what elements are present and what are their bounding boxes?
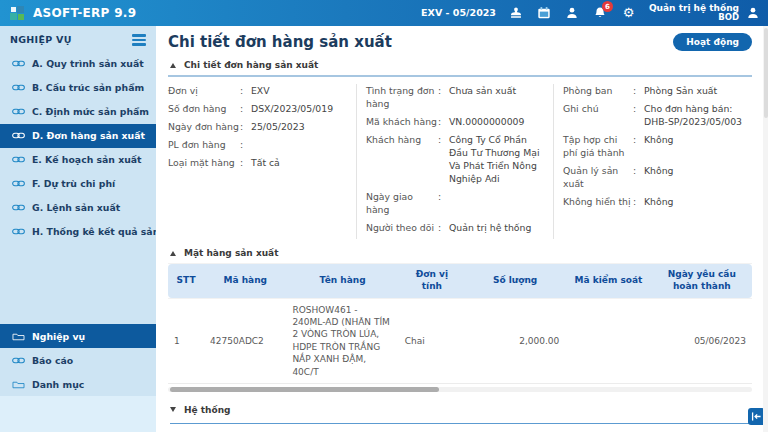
- section-toggle-items[interactable]: Mặt hàng sản xuất: [170, 248, 752, 258]
- cell-ma-hang: 42750ADC2: [204, 298, 286, 383]
- field-value: Công Ty Cổ Phần Đầu Tư Thương Mại Và Phá…: [449, 133, 545, 185]
- column-header-ten-hang[interactable]: Tên hàng: [286, 264, 398, 298]
- cell-stt: 1: [168, 298, 204, 383]
- app-window: ASOFT-ERP 9.9 EXV - 05/2023 6 ⚙ Quản trị…: [0, 0, 768, 432]
- field-value: DSX/2023/05/019: [251, 102, 348, 115]
- scrollbar-thumb[interactable]: [170, 387, 439, 392]
- back-arrow-icon: [750, 410, 763, 423]
- sidebar-item-label: C. Định mức sản phẩm: [32, 106, 149, 117]
- sidebar-item-ke-hoach-san-xuat[interactable]: E. Kế hoạch sản xuất: [0, 148, 156, 172]
- user-role: BOD: [718, 13, 739, 23]
- sidebar-item-don-hang-san-xuat[interactable]: D. Đơn hàng sản xuất: [0, 124, 156, 148]
- field-value: [449, 190, 545, 216]
- cell-ngay-yeu-cau: 05/06/2023: [652, 298, 752, 383]
- app-title: ASOFT-ERP 9.9: [33, 6, 136, 20]
- detail-column-3: Phòng banPhòng Sản xuất Ghi chúCho đơn h…: [554, 84, 752, 239]
- collapse-icon: [170, 251, 176, 256]
- field-label: Ghi chú: [563, 102, 633, 128]
- sidebar-item-bao-cao[interactable]: Báo cáo: [0, 348, 156, 372]
- cell-ma-kiem-soat: [565, 298, 651, 383]
- field-value: Cho đơn hàng bán: DHB-SP/2023/05/003: [644, 102, 744, 128]
- section-title: Hệ thống: [184, 405, 231, 415]
- field-label: PL đơn hàng: [168, 138, 240, 151]
- sidebar-item-nghiep-vu[interactable]: Nghiệp vụ: [0, 324, 156, 348]
- detail-column-1: Đơn vịEXV Số đơn hàngDSX/2023/05/019 Ngà…: [168, 84, 357, 239]
- column-header-ma-hang[interactable]: Mã hàng: [204, 264, 286, 298]
- notification-badge: 6: [602, 1, 613, 12]
- sidebar-item-label: D. Đơn hàng sản xuất: [32, 130, 145, 141]
- field-label: Không hiển thị: [563, 195, 633, 208]
- sidebar-item-du-tru-chi-phi[interactable]: F. Dự trù chi phí: [0, 172, 156, 196]
- vertical-scrollbar[interactable]: [763, 26, 768, 432]
- user-avatar-icon: [745, 5, 760, 20]
- sidebar-item-label: Danh mục: [32, 379, 84, 390]
- sidebar-item-quy-trinh-san-xuat[interactable]: A. Quy trình sản xuất: [0, 52, 156, 76]
- collapse-icon: [170, 63, 176, 68]
- sidebar-title: NGHIỆP VỤ: [10, 34, 72, 45]
- field-label: Tập hợp chi phí giá thành: [563, 133, 633, 159]
- support-icon[interactable]: [565, 5, 580, 20]
- gear-icon[interactable]: ⚙: [621, 5, 636, 20]
- horizontal-scrollbar[interactable]: [168, 387, 752, 392]
- field-label: Ngày đơn hàng: [168, 120, 240, 133]
- bell-icon[interactable]: 6: [593, 5, 608, 20]
- field-label: Đơn vị: [168, 84, 240, 97]
- user-menu[interactable]: Quản trị hệ thống BOD: [649, 3, 760, 23]
- field-label: Quản lý sản xuất: [563, 164, 633, 190]
- detail-panel: Đơn vịEXV Số đơn hàngDSX/2023/05/019 Ngà…: [168, 75, 752, 239]
- topbar-actions: EXV - 05/2023 6 ⚙ Quản trị hệ thống BOD: [421, 3, 760, 23]
- asoft-logo-icon: [10, 6, 25, 21]
- sidebar-item-label: G. Lệnh sản xuất: [32, 202, 120, 213]
- field-value: EXV: [251, 84, 348, 97]
- field-label: Loại mặt hàng: [168, 156, 240, 169]
- user-info: Quản trị hệ thống BOD: [649, 3, 739, 23]
- brand: ASOFT-ERP 9.9: [10, 6, 136, 21]
- field-value: Không: [644, 164, 744, 190]
- status-button[interactable]: Hoạt động: [673, 33, 752, 51]
- column-header-stt[interactable]: STT: [168, 264, 204, 298]
- section-toggle-detail[interactable]: Chi tiết đơn hàng sản xuất: [170, 60, 752, 70]
- table-row[interactable]: 1 42750ADC2 ROSHOW461 - 240ML-AD (NHÃN T…: [168, 298, 752, 383]
- field-label: Người theo dõi: [366, 221, 438, 234]
- stamp-icon[interactable]: [509, 5, 524, 20]
- field-label: Mã khách hàng: [366, 115, 438, 128]
- sidebar-item-label: F. Dự trù chi phí: [32, 178, 115, 189]
- sidebar-item-cau-truc-san-pham[interactable]: B. Cấu trúc sản phẩm: [0, 76, 156, 100]
- section-title: Mặt hàng sản xuất: [184, 248, 279, 258]
- detail-column-2: Tình trạng đơn hàngChưa sản xuất Mã khác…: [357, 84, 554, 239]
- fiscal-period[interactable]: EXV - 05/2023: [421, 7, 496, 18]
- column-header-ngay-yeu-cau[interactable]: Ngày yêu cầu hoàn thành: [652, 264, 752, 298]
- field-label: Khách hàng: [366, 133, 438, 185]
- sidebar-item-label: Nghiệp vụ: [32, 331, 85, 342]
- column-header-ma-kiem-soat[interactable]: Mã kiểm soát: [565, 264, 651, 298]
- field-value: Tất cả: [251, 156, 348, 169]
- menu-icon[interactable]: [132, 34, 146, 46]
- sidebar-item-danh-muc[interactable]: Danh mục: [0, 372, 156, 396]
- sidebar-item-thong-ke-ket-qua[interactable]: H. Thống kê kết quả sản xuất: [0, 220, 156, 244]
- section-title: Chi tiết đơn hàng sản xuất: [184, 60, 318, 70]
- calendar-icon[interactable]: [537, 5, 552, 20]
- field-value: Không: [644, 133, 744, 159]
- page-title: Chi tiết đơn hàng sản xuất: [168, 33, 392, 51]
- field-value: Không: [644, 195, 744, 208]
- sidebar-item-label: Báo cáo: [32, 355, 73, 366]
- field-value: Chưa sản xuất: [449, 84, 545, 110]
- field-label: Tình trạng đơn hàng: [366, 84, 438, 110]
- sidebar-footer-pad: [0, 396, 156, 432]
- column-header-so-luong[interactable]: Số lượng: [465, 264, 565, 298]
- items-table: STT Mã hàng Tên hàng Đơn vị tính Số lượn…: [168, 263, 752, 384]
- sidebar-item-lenh-san-xuat[interactable]: G. Lệnh sản xuất: [0, 196, 156, 220]
- field-value: 25/05/2023: [251, 120, 348, 133]
- scrollbar-thumb[interactable]: [764, 28, 768, 118]
- field-label: Ngày giao hàng: [366, 190, 438, 216]
- expand-icon: [170, 407, 176, 412]
- sidebar-item-dinh-muc-san-pham[interactable]: C. Định mức sản phẩm: [0, 100, 156, 124]
- sidebar-item-label: B. Cấu trúc sản phẩm: [32, 82, 144, 93]
- section-toggle-system[interactable]: Hệ thống: [170, 405, 752, 424]
- table-header-row: STT Mã hàng Tên hàng Đơn vị tính Số lượn…: [168, 264, 752, 298]
- field-value: VN.0000000009: [449, 115, 545, 128]
- field-value: [251, 138, 348, 151]
- field-label: Phòng ban: [563, 84, 633, 97]
- column-header-don-vi-tinh[interactable]: Đơn vị tính: [399, 264, 465, 298]
- sidebar-item-label: E. Kế hoạch sản xuất: [32, 154, 142, 165]
